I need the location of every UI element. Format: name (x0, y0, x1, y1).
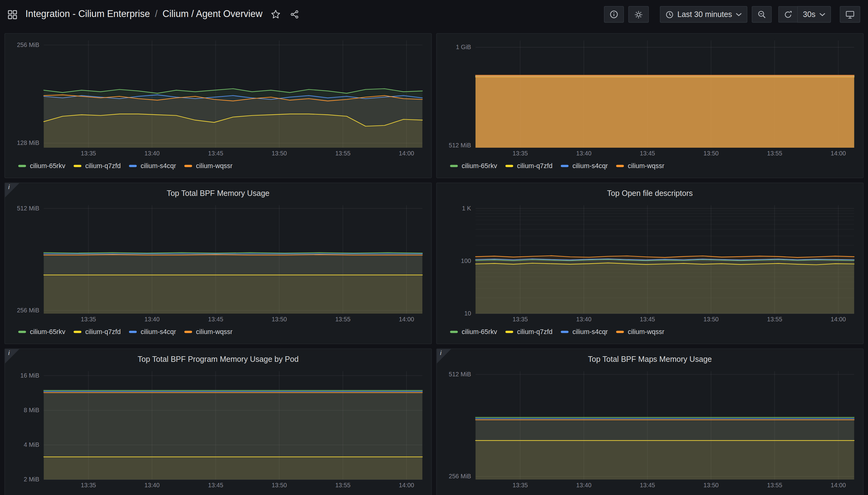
x-axis-tick-label: 13:55 (335, 482, 350, 489)
dashboard-info-button[interactable] (604, 6, 623, 23)
zoom-out-icon (757, 10, 767, 19)
x-axis-tick-label: 14:00 (399, 316, 414, 323)
zoom-out-button[interactable] (752, 6, 772, 23)
clock-icon (665, 10, 673, 19)
share-icon[interactable] (290, 10, 299, 19)
legend-item-cilium-s4cqr[interactable]: cilium-s4cqr (561, 328, 608, 336)
legend-item-cilium-65rkv[interactable]: cilium-65rkv (18, 162, 65, 170)
time-series-chart[interactable]: 1 K1001013:3513:4013:4513:5013:5514:00 (441, 202, 859, 324)
breadcrumb-current[interactable]: Cilium / Agent Overview (163, 9, 263, 20)
chart-legend: cilium-65rkvcilium-q7zfdcilium-s4cqrcili… (9, 325, 427, 339)
legend-series-swatch (561, 331, 569, 333)
x-axis-tick-label: 13:50 (703, 316, 719, 323)
legend-series-swatch (616, 331, 624, 333)
y-axis-tick-label: 8 MiB (24, 407, 39, 413)
x-axis-tick-label: 14:00 (831, 150, 846, 157)
y-axis-tick-label: 256 MiB (17, 307, 39, 313)
time-range-picker[interactable]: Last 30 minutes (660, 6, 747, 23)
refresh-button[interactable] (779, 6, 798, 23)
panel-info-corner-icon[interactable]: i (5, 183, 19, 198)
time-series-chart[interactable]: 512 MiB256 MiB13:3513:4013:4513:5013:551… (9, 202, 427, 324)
legend-series-name: cilium-q7zfd (517, 328, 553, 336)
legend-item-cilium-wqssr[interactable]: cilium-wqssr (616, 328, 665, 336)
tv-mode-button[interactable] (840, 6, 860, 23)
legend-item-cilium-65rkv[interactable]: cilium-65rkv (18, 494, 65, 495)
legend-item-cilium-65rkv[interactable]: cilium-65rkv (450, 162, 497, 170)
legend-item-cilium-s4cqr[interactable]: cilium-s4cqr (561, 162, 608, 170)
series-area-cilium-wqssr (44, 95, 422, 148)
legend-series-name: cilium-s4cqr (141, 494, 176, 495)
panel-info-corner-icon[interactable]: i (437, 349, 451, 364)
panel-title[interactable]: Top Open file descriptors (441, 187, 859, 199)
y-axis-tick-label: 512 MiB (449, 371, 471, 378)
legend-item-cilium-s4cqr[interactable]: cilium-s4cqr (561, 494, 608, 495)
panel-top-total-bpf-maps-memory-usage: i Top Total BPF Maps Memory Usage 512 Mi… (436, 348, 864, 495)
legend-item-cilium-65rkv[interactable]: cilium-65rkv (450, 494, 497, 495)
time-series-chart[interactable]: 256 MiB128 MiB13:3513:4013:4513:5013:551… (9, 37, 427, 159)
legend-series-name: cilium-wqssr (196, 494, 233, 495)
series-area-cilium-wqssr (475, 420, 854, 480)
legend-series-name: cilium-65rkv (30, 162, 66, 170)
x-axis-tick-label: 13:50 (271, 150, 287, 157)
legend-item-cilium-wqssr[interactable]: cilium-wqssr (616, 162, 665, 170)
legend-series-swatch (18, 165, 26, 167)
panel-info-corner-icon[interactable]: i (5, 349, 19, 364)
legend-item-cilium-s4cqr[interactable]: cilium-s4cqr (129, 162, 176, 170)
legend-series-name: cilium-q7zfd (517, 494, 553, 495)
legend-series-name: cilium-q7zfd (517, 162, 553, 170)
legend-series-name: cilium-s4cqr (572, 494, 608, 495)
legend-series-name: cilium-65rkv (30, 494, 66, 495)
y-axis-tick-label: 1 K (462, 205, 471, 212)
series-area-cilium-wqssr (44, 393, 422, 480)
x-axis-tick-label: 13:55 (767, 316, 782, 323)
refresh-interval-label: 30s (803, 10, 815, 19)
time-series-chart[interactable]: 1 GiB512 MiB13:3513:4013:4513:5013:5514:… (441, 37, 859, 159)
legend-series-swatch (505, 331, 513, 333)
legend-item-cilium-q7zfd[interactable]: cilium-q7zfd (73, 328, 121, 336)
dashboard-header: Integration - Cilium Enterprise / Cilium… (0, 0, 868, 29)
legend-item-cilium-wqssr[interactable]: cilium-wqssr (184, 328, 233, 336)
grafana-dashboard: Integration - Cilium Enterprise / Cilium… (0, 0, 868, 495)
legend-item-cilium-wqssr[interactable]: cilium-wqssr (184, 162, 233, 170)
x-axis-tick-label: 13:45 (208, 316, 223, 323)
legend-item-cilium-q7zfd[interactable]: cilium-q7zfd (505, 328, 552, 336)
legend-item-cilium-wqssr[interactable]: cilium-wqssr (184, 494, 233, 495)
x-axis-tick-label: 13:40 (145, 482, 160, 489)
panel-title[interactable]: Top Total BPF Maps Memory Usage (441, 353, 859, 365)
dashboard-settings-button[interactable] (628, 6, 648, 23)
legend-series-name: cilium-wqssr (196, 162, 233, 170)
x-axis-tick-label: 13:40 (576, 316, 591, 323)
breadcrumb-root[interactable]: Integration - Cilium Enterprise (26, 9, 150, 20)
star-icon[interactable] (271, 9, 281, 19)
y-axis-tick-label: 100 (461, 257, 471, 264)
series-area-cilium-wqssr (44, 255, 422, 313)
series-line-cilium-65rkv (44, 253, 422, 253)
y-axis-tick-label: 10 (465, 310, 471, 317)
legend-item-cilium-q7zfd[interactable]: cilium-q7zfd (73, 162, 121, 170)
chevron-down-icon (736, 12, 742, 16)
legend-item-cilium-q7zfd[interactable]: cilium-q7zfd (73, 494, 121, 495)
x-axis-tick-label: 14:00 (831, 482, 846, 489)
dashboards-grid-icon[interactable] (8, 10, 17, 19)
legend-item-cilium-65rkv[interactable]: cilium-65rkv (18, 328, 65, 336)
legend-item-cilium-q7zfd[interactable]: cilium-q7zfd (505, 162, 552, 170)
legend-item-cilium-wqssr[interactable]: cilium-wqssr (616, 494, 665, 495)
time-series-chart[interactable]: 16 MiB8 MiB4 MiB2 MiB13:3513:4013:4513:5… (9, 368, 427, 490)
legend-series-swatch (616, 165, 624, 167)
x-axis-tick-label: 13:55 (335, 150, 350, 157)
x-axis-tick-label: 13:40 (145, 316, 160, 323)
x-axis-tick-label: 13:45 (640, 316, 655, 323)
legend-series-name: cilium-s4cqr (572, 328, 608, 336)
time-series-chart[interactable]: 512 MiB256 MiB13:3513:4013:4513:5013:551… (441, 368, 859, 490)
legend-item-cilium-s4cqr[interactable]: cilium-s4cqr (129, 494, 176, 495)
chart-legend: cilium-65rkvcilium-q7zfdcilium-s4cqrcili… (441, 325, 859, 339)
legend-item-cilium-s4cqr[interactable]: cilium-s4cqr (129, 328, 176, 336)
panel-top-open-file-descriptors: Top Open file descriptors 1 K1001013:351… (436, 183, 864, 344)
x-axis-tick-label: 13:45 (208, 150, 223, 157)
panel-title[interactable]: Top Total BPF Memory Usage (9, 187, 427, 199)
legend-item-cilium-65rkv[interactable]: cilium-65rkv (450, 328, 497, 336)
refresh-interval-picker[interactable]: 30s (798, 6, 831, 23)
refresh-controls: 30s (779, 6, 831, 23)
panel-title[interactable]: Top Total BPF Program Memory Usage by Po… (9, 353, 427, 365)
legend-item-cilium-q7zfd[interactable]: cilium-q7zfd (505, 494, 552, 495)
